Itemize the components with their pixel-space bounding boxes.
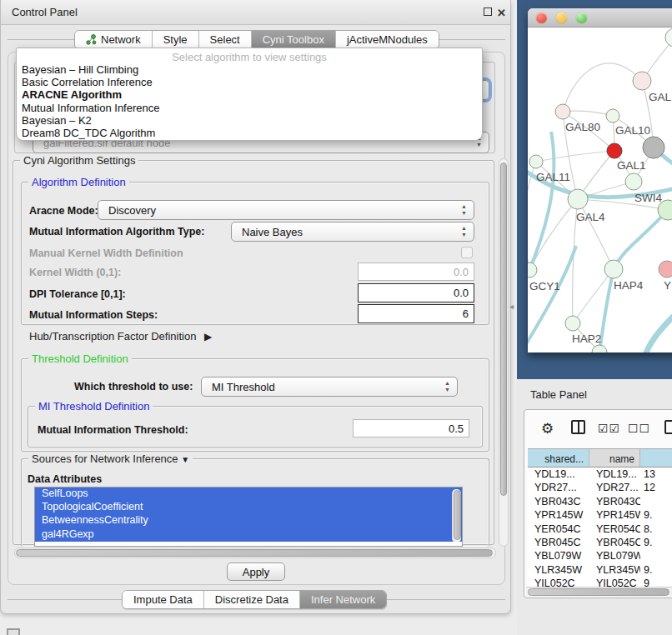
network-window: GALGAL80GAL10GAL1GAL11SWI4GAL4GCY1HAP4YH… bbox=[528, 8, 672, 352]
column-header-name[interactable]: name bbox=[589, 449, 640, 467]
network-node[interactable] bbox=[665, 28, 672, 47]
network-node-label: SWI4 bbox=[634, 192, 662, 204]
column-header-partial[interactable] bbox=[640, 449, 672, 467]
table-row[interactable]: YDR27... YDR27... 12 bbox=[528, 481, 672, 494]
gear-icon[interactable]: ⚙ bbox=[541, 420, 554, 438]
tab-network[interactable]: Network bbox=[75, 31, 153, 48]
algorithm-list-item[interactable]: Bayesian – K2 bbox=[17, 114, 482, 127]
zoom-traffic-icon[interactable] bbox=[576, 12, 587, 23]
group-title: MI Threshold Definition bbox=[35, 400, 153, 412]
export-table-icon[interactable] bbox=[664, 420, 672, 434]
tab-impute-data[interactable]: Impute Data bbox=[123, 591, 204, 608]
mi-type-combobox[interactable]: Naive Bayes ▲▼ bbox=[231, 222, 474, 242]
scrollbar-thumb[interactable] bbox=[500, 162, 507, 496]
table-row[interactable]: YBR045C YBR045C 9. bbox=[528, 536, 672, 549]
network-node[interactable] bbox=[529, 155, 543, 168]
network-node[interactable] bbox=[555, 104, 570, 119]
network-node[interactable] bbox=[659, 261, 672, 278]
column-header-shared-name[interactable]: shared... bbox=[528, 449, 589, 467]
scrollbar-thumb[interactable] bbox=[454, 490, 461, 540]
table-panel: Table Panel ⚙ ☑☑ ☐☐ shared... name YDL19… bbox=[517, 379, 672, 635]
table-row[interactable]: YLR345W YLR345W 9. bbox=[528, 563, 672, 577]
table-row[interactable]: YPR145W YPR145W 9. bbox=[528, 508, 672, 522]
minimize-traffic-icon[interactable] bbox=[556, 12, 567, 23]
settings-horizontal-scrollbar[interactable] bbox=[14, 548, 496, 558]
scrollbar-thumb[interactable] bbox=[16, 549, 493, 557]
network-edge[interactable] bbox=[599, 269, 614, 352]
tab-cyni-toolbox[interactable]: Cyni Toolbox bbox=[252, 31, 336, 48]
aracne-mode-label: Aracne Mode: bbox=[29, 205, 98, 217]
kernel-width-field[interactable]: 0.0 bbox=[358, 262, 474, 281]
dpi-tolerance-field[interactable]: 0.0 bbox=[358, 283, 474, 302]
network-node[interactable] bbox=[568, 189, 588, 209]
table-horizontal-scrollbar[interactable] bbox=[526, 587, 672, 597]
network-node[interactable] bbox=[604, 260, 623, 278]
settings-vertical-scrollbar[interactable] bbox=[499, 158, 509, 547]
algorithm-list-item[interactable]: Basic Correlation Inference bbox=[17, 76, 482, 88]
tab-select[interactable]: Select bbox=[199, 31, 252, 48]
network-edge[interactable] bbox=[563, 63, 642, 112]
network-node[interactable] bbox=[607, 143, 622, 158]
apply-button[interactable]: Apply bbox=[227, 562, 285, 581]
tab-infer-network[interactable]: Infer Network bbox=[300, 591, 386, 608]
collapse-arrow-icon: ▼ bbox=[181, 455, 189, 464]
network-node[interactable] bbox=[643, 137, 664, 158]
data-attributes-label: Data Attributes bbox=[28, 473, 102, 485]
network-node[interactable] bbox=[633, 72, 651, 90]
close-traffic-icon[interactable] bbox=[536, 12, 547, 23]
aracne-mode-combobox[interactable]: Discovery ▲▼ bbox=[98, 200, 474, 220]
table-row[interactable]: YIL052C YIL052C 9 bbox=[528, 577, 672, 587]
expand-arrow-icon: ▶ bbox=[204, 331, 212, 342]
network-edge[interactable] bbox=[614, 210, 668, 269]
checked-columns-icon[interactable]: ☑☑ bbox=[598, 422, 620, 435]
mi-threshold-label: Mutual Information Threshold: bbox=[38, 424, 188, 436]
mi-steps-field[interactable]: 6 bbox=[358, 304, 474, 323]
network-node[interactable] bbox=[565, 316, 580, 331]
algorithm-list-item[interactable]: ARACNE Algorithm bbox=[17, 88, 482, 101]
data-attributes-list: SelfLoops TopologicalCoefficient Between… bbox=[34, 487, 463, 547]
scrollbar-thumb[interactable] bbox=[528, 588, 669, 596]
top-tab-bar: Network Style Select Cyni Toolbox jActiv… bbox=[74, 30, 439, 49]
network-node[interactable] bbox=[625, 173, 642, 190]
network-edge[interactable] bbox=[644, 302, 672, 352]
network-node[interactable] bbox=[528, 262, 537, 278]
network-edge[interactable] bbox=[578, 199, 614, 269]
table-row[interactable]: YBL079W YBL079W bbox=[528, 549, 672, 562]
algorithm-list-item[interactable]: Dream8 DC_TDC Algorithm bbox=[17, 127, 482, 139]
manual-kernel-checkbox[interactable] bbox=[461, 247, 473, 258]
unchecked-columns-icon[interactable]: ☐☐ bbox=[628, 422, 650, 435]
network-edge[interactable] bbox=[536, 151, 614, 162]
attribute-list-item[interactable]: BetweennessCentrality bbox=[35, 514, 462, 528]
tab-style[interactable]: Style bbox=[153, 31, 199, 48]
splitter-collapse-arrow[interactable]: ◂ bbox=[509, 302, 514, 311]
bottom-tab-bar: Impute Data Discretize Data Infer Networ… bbox=[122, 590, 387, 609]
which-threshold-combobox[interactable]: MI Threshold ▲▼ bbox=[201, 377, 458, 397]
algorithm-list-item[interactable]: Mutual Information Inference bbox=[17, 102, 482, 114]
attribute-list-item[interactable]: gal4RGexp bbox=[35, 528, 462, 542]
algorithm-list-item[interactable]: Bayesian – Hill Climbing bbox=[17, 63, 482, 76]
network-window-titlebar bbox=[528, 8, 672, 28]
list-scrollbar[interactable] bbox=[452, 489, 461, 542]
sources-toggle[interactable]: Sources for Network Inference ▼ bbox=[28, 452, 193, 465]
mi-threshold-field[interactable]: 0.5 bbox=[353, 419, 469, 438]
network-canvas[interactable]: GALGAL80GAL10GAL1GAL11SWI4GAL4GCY1HAP4YH… bbox=[528, 28, 672, 352]
network-node-label: GAL bbox=[649, 91, 672, 103]
network-edge[interactable] bbox=[529, 132, 554, 270]
tab-jactivemnodules[interactable]: jActiveMNodules bbox=[336, 31, 439, 48]
attribute-list-item[interactable]: SelfLoops bbox=[35, 488, 462, 501]
panel-title: Control Panel bbox=[12, 6, 78, 18]
column-layout-icon[interactable] bbox=[571, 420, 585, 434]
network-node-label: GCY1 bbox=[529, 280, 560, 292]
network-node[interactable] bbox=[606, 109, 619, 122]
tab-label: Network bbox=[101, 33, 141, 46]
table-row[interactable]: YBR043C YBR043C bbox=[528, 495, 672, 508]
table-row[interactable]: YDL19... YDL19... 13 bbox=[528, 468, 672, 481]
attribute-list-item[interactable]: TopologicalCoefficient bbox=[35, 501, 462, 514]
tab-discretize-data[interactable]: Discretize Data bbox=[204, 591, 300, 608]
float-window-icon[interactable] bbox=[484, 8, 492, 16]
close-icon[interactable]: ✕ bbox=[497, 7, 506, 19]
hub-definition-toggle[interactable]: Hub/Transcription Factor Definition ▶ bbox=[29, 330, 212, 342]
network-edge[interactable] bbox=[528, 246, 576, 352]
table-row[interactable]: YER054C YER054C 8. bbox=[528, 522, 672, 536]
panel-corner-icon[interactable] bbox=[7, 628, 20, 635]
